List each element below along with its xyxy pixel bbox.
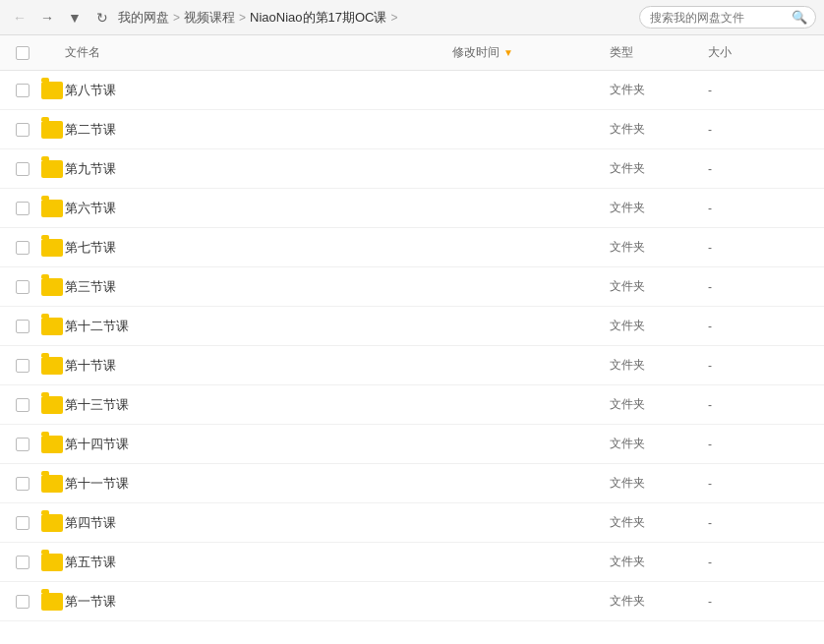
folder-icon-col	[37, 82, 65, 99]
folder-icon	[41, 200, 63, 217]
table-row[interactable]: 第八节课 文件夹 -	[0, 71, 824, 110]
folder-icon-col	[37, 436, 65, 453]
row-checkbox-col	[8, 595, 37, 609]
row-checkbox[interactable]	[16, 202, 29, 215]
file-name: 第六节课	[65, 200, 452, 217]
file-size: -	[708, 123, 787, 137]
row-checkbox[interactable]	[16, 398, 29, 412]
table-row[interactable]: 第一节课 文件夹 -	[0, 582, 824, 621]
folder-icon	[41, 554, 63, 571]
file-type: 文件夹	[610, 82, 708, 98]
folder-icon	[41, 514, 63, 532]
file-size: -	[708, 280, 787, 294]
table-row[interactable]: 第三节课 文件夹 -	[0, 267, 824, 307]
folder-icon	[41, 160, 63, 178]
breadcrumb-current-folder: NiaoNiao的第17期OC课	[250, 9, 386, 27]
row-checkbox[interactable]	[16, 280, 29, 294]
row-checkbox[interactable]	[16, 359, 29, 373]
header-checkbox-col	[8, 46, 37, 60]
file-name: 第四节课	[65, 514, 452, 532]
breadcrumb-my-disk[interactable]: 我的网盘	[118, 9, 169, 27]
folder-icon-col	[37, 396, 65, 414]
forward-button[interactable]: →	[35, 6, 59, 29]
row-checkbox-col	[8, 241, 37, 255]
file-type: 文件夹	[610, 160, 708, 177]
refresh-button[interactable]: ↻	[90, 6, 114, 29]
header-size[interactable]: 大小	[708, 44, 787, 61]
file-type: 文件夹	[610, 475, 708, 492]
folder-icon	[41, 278, 63, 296]
table-row[interactable]: 第十三节课 文件夹 -	[0, 385, 824, 425]
table-row[interactable]: 第十节课 文件夹 -	[0, 346, 824, 385]
file-type: 文件夹	[610, 121, 708, 138]
header-name[interactable]: 文件名	[65, 44, 452, 61]
row-checkbox-col	[8, 202, 37, 215]
folder-icon	[41, 318, 63, 335]
file-name: 第十四节课	[65, 436, 452, 453]
row-checkbox[interactable]	[16, 477, 29, 491]
row-checkbox-col	[8, 162, 37, 176]
folder-icon	[41, 82, 63, 99]
folder-icon-col	[37, 239, 65, 257]
folder-icon	[41, 396, 63, 414]
file-size: -	[708, 477, 787, 491]
row-checkbox[interactable]	[16, 516, 29, 530]
file-size: -	[708, 556, 787, 569]
row-checkbox[interactable]	[16, 162, 29, 176]
table-row[interactable]: 第七节课 文件夹 -	[0, 228, 824, 267]
file-name: 第三节课	[65, 278, 452, 296]
file-type: 文件夹	[610, 593, 708, 610]
row-checkbox[interactable]	[16, 123, 29, 137]
file-type: 文件夹	[610, 278, 708, 295]
folder-icon	[41, 436, 63, 453]
file-name: 第五节课	[65, 554, 452, 571]
table-row[interactable]: 第十二节课 文件夹 -	[0, 307, 824, 346]
table-row[interactable]: 第十一节课 文件夹 -	[0, 464, 824, 503]
folder-icon-col	[37, 475, 65, 493]
folder-icon-col	[37, 121, 65, 139]
file-list: 第八节课 文件夹 - 第二节课 文件夹 - 第九节课 文件夹 -	[0, 71, 824, 644]
breadcrumb-video-course[interactable]: 视频课程	[184, 9, 235, 27]
search-box: 🔍	[639, 6, 816, 29]
file-name: 第一节课	[65, 593, 452, 611]
row-checkbox[interactable]	[16, 320, 29, 333]
table-row[interactable]: 第十四节课 文件夹 -	[0, 425, 824, 464]
folder-icon-col	[37, 593, 65, 611]
folder-icon-col	[37, 514, 65, 532]
table-row[interactable]: 第四节课 文件夹 -	[0, 503, 824, 543]
row-checkbox[interactable]	[16, 241, 29, 255]
search-icon[interactable]: 🔍	[792, 10, 807, 25]
row-checkbox-col	[8, 359, 37, 373]
select-all-checkbox[interactable]	[16, 46, 29, 60]
file-size: -	[708, 516, 787, 530]
header-type[interactable]: 类型	[610, 44, 708, 61]
dropdown-button[interactable]: ▼	[63, 6, 87, 29]
row-checkbox[interactable]	[16, 595, 29, 609]
file-size: -	[708, 241, 787, 255]
row-checkbox-col	[8, 280, 37, 294]
file-type: 文件夹	[610, 554, 708, 570]
row-checkbox[interactable]	[16, 556, 29, 569]
folder-icon	[41, 475, 63, 493]
table-row[interactable]: 第二节课 文件夹 -	[0, 110, 824, 149]
breadcrumb: 我的网盘 > 视频课程 > NiaoNiao的第17期OC课 >	[118, 9, 635, 27]
file-name: 第十三节课	[65, 396, 452, 414]
row-checkbox-col	[8, 123, 37, 137]
search-input[interactable]	[650, 11, 788, 25]
folder-icon	[41, 239, 63, 257]
table-row[interactable]: 第六节课 文件夹 -	[0, 189, 824, 228]
file-size: -	[708, 438, 787, 451]
file-type: 文件夹	[610, 318, 708, 334]
back-button[interactable]: ←	[8, 6, 31, 29]
row-checkbox[interactable]	[16, 438, 29, 451]
breadcrumb-sep-2: >	[239, 11, 246, 25]
table-row[interactable]: 第五节课 文件夹 -	[0, 543, 824, 582]
header-modified[interactable]: 修改时间 ▼	[452, 44, 610, 61]
breadcrumb-sep-3: >	[390, 11, 397, 25]
file-size: -	[708, 84, 787, 97]
row-checkbox-col	[8, 398, 37, 412]
file-name: 第十节课	[65, 357, 452, 375]
row-checkbox[interactable]	[16, 84, 29, 97]
table-row[interactable]: 第九节课 文件夹 -	[0, 149, 824, 189]
file-name: 第二节课	[65, 121, 452, 139]
